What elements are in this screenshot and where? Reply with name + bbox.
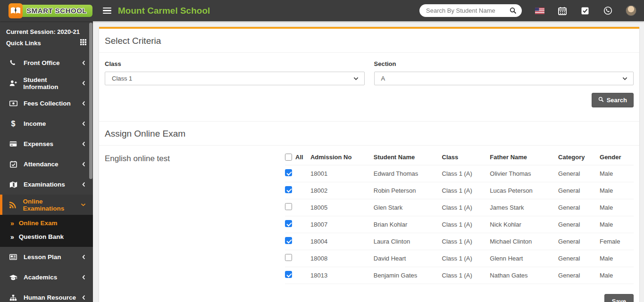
class-select[interactable]: Class 1: [105, 72, 365, 85]
category-cell: General: [558, 250, 600, 267]
quick-links[interactable]: Quick Links: [0, 38, 93, 49]
logo-book-icon: [8, 3, 23, 18]
select-all-checkbox[interactable]: [285, 154, 292, 161]
student-name-cell: Robin Peterson: [374, 182, 442, 199]
search-input[interactable]: [426, 7, 509, 14]
admission-no-cell: 18004: [310, 233, 374, 250]
sidebar-item-label: Income: [24, 120, 46, 127]
map-icon: [9, 181, 17, 188]
gender-cell: Male: [600, 165, 634, 182]
row-checkbox[interactable]: [285, 237, 292, 244]
section-title-select-criteria: Select Criteria: [99, 29, 639, 52]
chevron-left-icon: [82, 101, 86, 106]
chevron-down-icon: [81, 203, 86, 207]
category-cell: General: [558, 182, 600, 199]
father-name-cell: Glenn Heart: [490, 250, 558, 267]
phone-icon: [9, 59, 17, 67]
submenu-item-label: Question Bank: [19, 233, 64, 240]
quick-links-label: Quick Links: [6, 38, 41, 49]
class-cell: Class 1 (A): [442, 216, 490, 233]
column-header-student-name: Student Name: [374, 150, 442, 165]
section-field: Section A: [374, 60, 634, 85]
content-card: Select Criteria Class Class 1 Section A: [99, 27, 639, 302]
assign-section: English online test All Admission No Stu…: [99, 146, 639, 284]
admission-no-cell: 18013: [310, 267, 374, 284]
criteria-actions: Search: [99, 85, 639, 121]
class-field: Class Class 1: [105, 60, 365, 85]
search-button[interactable]: Search: [592, 93, 634, 107]
sidebar-item-label: Expenses: [24, 140, 53, 147]
exam-name: English online test: [105, 150, 285, 284]
father-name-cell: Nick Kohlar: [490, 216, 558, 233]
sidebar-item-examinations[interactable]: Examinations: [0, 174, 93, 195]
sidebar-item-expenses[interactable]: Expenses: [0, 134, 93, 154]
money-icon: [9, 100, 17, 106]
sidebar-item-attendance[interactable]: Attendance: [0, 154, 93, 174]
sidebar-item-income[interactable]: $ Income: [0, 114, 93, 134]
sidebar-scrollbar[interactable]: [89, 23, 92, 179]
section-select[interactable]: A: [374, 72, 634, 85]
father-name-cell: Lucas Peterson: [490, 182, 558, 199]
class-cell: Class 1 (A): [442, 233, 490, 250]
submenu-item-question-bank[interactable]: » Question Bank: [0, 230, 93, 244]
row-checkbox[interactable]: [285, 271, 292, 278]
admission-no-cell: 18005: [310, 199, 374, 216]
whatsapp-icon[interactable]: [603, 6, 612, 16]
save-button[interactable]: Save: [604, 294, 634, 302]
submenu-item-online-exam[interactable]: » Online Exam: [0, 216, 93, 230]
app-logo[interactable]: SMART SCHOOL: [8, 3, 92, 18]
father-name-cell: Michael Clinton: [490, 233, 558, 250]
admission-no-cell: 18001: [310, 165, 374, 182]
sidebar-item-label: Human Resource: [24, 294, 76, 301]
menu-toggle-icon[interactable]: [103, 6, 111, 16]
row-checkbox[interactable]: [285, 220, 292, 227]
sidebar-item-label: Examinations: [24, 181, 65, 188]
category-cell: General: [558, 165, 600, 182]
table-row: 18001 Edward Thomas Class 1 (A) Olivier …: [285, 165, 634, 182]
chevron-left-icon: [82, 121, 86, 126]
column-header-admission-no: Admission No: [310, 150, 374, 165]
row-checkbox[interactable]: [285, 254, 292, 261]
table-row: 18007 Brian Kohlar Class 1 (A) Nick Kohl…: [285, 216, 634, 233]
sidebar-item-student-information[interactable]: Student Information: [0, 73, 93, 93]
category-cell: General: [558, 199, 600, 216]
gender-cell: Male: [600, 250, 634, 267]
search-icon: [598, 97, 604, 104]
current-session-label: Current Session: 2020-21: [0, 21, 93, 38]
column-header-all: All: [295, 154, 303, 161]
student-name-cell: Glen Stark: [374, 199, 442, 216]
us-flag-icon[interactable]: [535, 6, 544, 16]
students-table: All Admission No Student Name Class Fath…: [285, 150, 634, 284]
rss-icon: [9, 201, 17, 209]
sidebar-item-lesson-plan[interactable]: Lesson Plan: [0, 247, 93, 267]
top-header: SMART SCHOOL Mount Carmel School: [0, 0, 644, 21]
table-row: 18013 Benjamin Gates Class 1 (A) Nathan …: [285, 267, 634, 284]
search-icon[interactable]: [509, 7, 517, 15]
header-actions: [419, 4, 644, 17]
sidebar-item-front-office[interactable]: Front Office: [0, 53, 93, 73]
column-header-category: Category: [558, 150, 600, 165]
student-name-cell: Edward Thomas: [374, 165, 442, 182]
category-cell: General: [558, 216, 600, 233]
double-angle-icon: »: [10, 233, 14, 241]
chevron-left-icon: [82, 162, 86, 167]
section-select-value: A: [381, 75, 385, 82]
sidebar-nav: Front Office Student Information Fees Co…: [0, 53, 93, 302]
category-cell: General: [558, 233, 600, 250]
row-checkbox[interactable]: [285, 203, 292, 210]
sidebar-item-fees-collection[interactable]: Fees Collection: [0, 93, 93, 114]
sidebar-item-online-examinations[interactable]: Online Examinations: [0, 195, 93, 215]
student-name-cell: Laura Clinton: [374, 233, 442, 250]
chevron-left-icon: [82, 182, 86, 187]
row-checkbox[interactable]: [285, 169, 292, 176]
avatar[interactable]: [626, 5, 636, 16]
chevron-down-icon: [622, 75, 627, 82]
table-row: 18005 Glen Stark Class 1 (A) James Stark…: [285, 199, 634, 216]
sidebar-item-academics[interactable]: Academics: [0, 267, 93, 287]
tasks-icon[interactable]: [580, 6, 590, 16]
row-checkbox[interactable]: [285, 186, 292, 193]
sidebar-item-human-resource[interactable]: Human Resource: [0, 287, 93, 302]
category-cell: General: [558, 267, 600, 284]
sitemap-icon: [9, 294, 17, 301]
calendar-icon[interactable]: [558, 6, 567, 16]
